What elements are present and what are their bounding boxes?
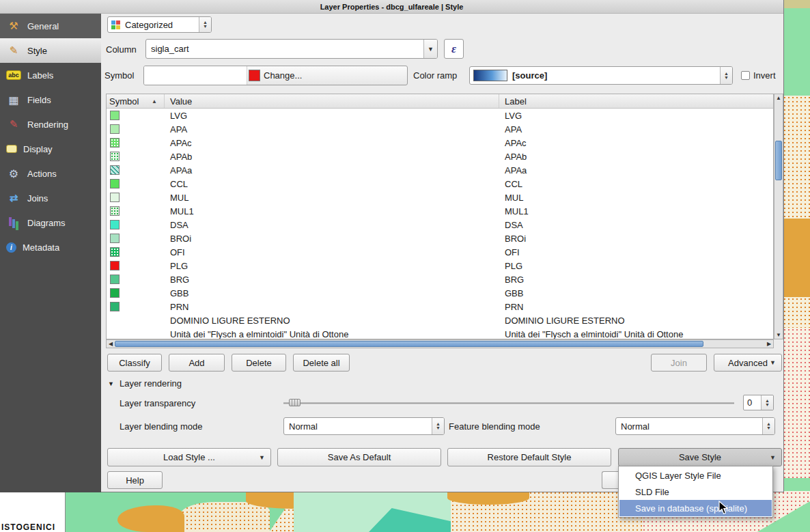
add-button[interactable]: Add — [169, 354, 225, 372]
slider-track — [283, 402, 734, 405]
menu-item-save-in-database-spatialite-[interactable]: Save in database (spatialite) — [619, 500, 772, 516]
sidebar-item-labels[interactable]: abcLabels — [0, 63, 101, 87]
sidebar-item-display[interactable]: Display — [0, 137, 101, 161]
bar-chart-icon — [6, 216, 21, 229]
load-style-label: Load Style ... — [163, 452, 215, 462]
table-row[interactable]: APAbAPAb — [107, 150, 773, 163]
layer-rendering-collapse[interactable]: ▼ Layer rendering — [108, 378, 182, 389]
join-button-label: Join — [671, 358, 687, 368]
table-row[interactable]: Unità dei "Flysch a elmintoidi" Unità di… — [107, 327, 773, 339]
class-symbol-swatch[interactable] — [110, 247, 120, 257]
table-row[interactable]: BRGBRG — [107, 272, 773, 286]
invert-checkbox-group[interactable]: Invert — [741, 70, 776, 81]
combo-spin-arrows-icon[interactable]: ▲▼ — [199, 17, 211, 32]
class-symbol-swatch[interactable] — [110, 220, 120, 229]
class-symbol-swatch[interactable] — [110, 138, 120, 148]
scroll-up-icon[interactable]: ▲ — [774, 94, 783, 102]
sidebar-item-label: Rendering — [27, 120, 68, 130]
table-row[interactable]: PLGPLG — [107, 259, 773, 272]
sidebar-item-style[interactable]: Style — [0, 38, 101, 63]
help-button[interactable]: Help — [107, 471, 163, 489]
table-row[interactable]: DSADSA — [107, 218, 773, 232]
table-row[interactable]: DOMINIO LIGURE ESTERNODOMINIO LIGURE EST… — [107, 313, 773, 327]
window-titlebar[interactable]: Layer Properties - dbcg_ulfareale | Styl… — [0, 0, 783, 14]
transparency-spinbox[interactable]: 0 ▲▼ — [743, 395, 774, 410]
transparency-slider[interactable] — [283, 397, 734, 408]
delete-all-button[interactable]: Delete all — [293, 354, 350, 372]
sidebar-item-fields[interactable]: Fields — [0, 87, 101, 112]
table-row[interactable]: BROiBROi — [107, 232, 773, 245]
spinbox-arrows-icon[interactable]: ▲▼ — [761, 395, 773, 410]
class-symbol-swatch[interactable] — [110, 165, 120, 175]
sidebar-item-metadata[interactable]: iMetadata — [0, 235, 101, 260]
sidebar-item-actions[interactable]: Actions — [0, 161, 101, 186]
menu-item-qgis-layer-style-file[interactable]: QGIS Layer Style File — [619, 467, 772, 484]
expression-builder-button[interactable]: ε — [444, 39, 464, 59]
class-label-cell: LVG — [499, 111, 773, 121]
sidebar-item-joins[interactable]: Joins — [0, 186, 101, 210]
invert-checkbox[interactable] — [741, 71, 750, 80]
layer-blending-select[interactable]: Normal ▲▼ — [283, 417, 445, 435]
column-header-symbol[interactable]: Symbol ▲ — [107, 94, 165, 108]
apply-button-partial[interactable] — [602, 471, 618, 489]
delete-button[interactable]: Delete — [232, 354, 286, 372]
class-symbol-swatch[interactable] — [110, 179, 120, 188]
class-symbol-swatch[interactable] — [110, 234, 120, 243]
scroll-down-icon[interactable]: ▼ — [774, 331, 783, 339]
table-row[interactable]: APAaAPAa — [107, 163, 773, 177]
menu-item-sld-file[interactable]: SLD File — [619, 484, 772, 500]
class-symbol-swatch[interactable] — [110, 152, 120, 161]
table-row[interactable]: LVGLVG — [107, 109, 773, 122]
sidebar-item-diagrams[interactable]: Diagrams — [0, 210, 101, 235]
table-row[interactable]: CCLCCL — [107, 177, 773, 191]
advanced-button[interactable]: Advanced ▼ — [714, 354, 782, 372]
classify-button[interactable]: Classify — [107, 354, 162, 372]
class-table-body: LVGLVGAPAAPAAPAcAPAcAPAbAPAbAPAaAPAaCCLC… — [107, 109, 773, 339]
load-style-button[interactable]: Load Style ... ▼ — [107, 448, 271, 466]
column-combobox[interactable]: sigla_cart ▼ — [145, 39, 438, 59]
combo-spin-arrows-icon[interactable]: ▲▼ — [762, 418, 774, 434]
horizontal-scrollbar[interactable]: ◀ ▶ — [106, 339, 774, 348]
save-style-button[interactable]: Save Style ▼ — [618, 448, 782, 466]
color-ramp-select[interactable]: [source] ▲▼ — [469, 66, 733, 85]
table-row[interactable]: APAAPA — [107, 122, 773, 136]
table-row[interactable]: GBBGBB — [107, 286, 773, 300]
feature-blending-select[interactable]: Normal ▲▼ — [615, 417, 775, 435]
class-symbol-swatch[interactable] — [110, 193, 120, 202]
column-header-label[interactable]: Label — [499, 94, 773, 108]
class-symbol-swatch[interactable] — [110, 302, 120, 311]
restore-default-style-button[interactable]: Restore Default Style — [447, 448, 611, 466]
vertical-scroll-thumb[interactable] — [775, 141, 782, 180]
change-symbol-button[interactable]: Change... — [264, 70, 302, 81]
column-header-value[interactable]: Value — [165, 94, 499, 108]
sidebar-item-rendering[interactable]: Rendering — [0, 112, 101, 137]
map-patch — [117, 505, 184, 532]
horizontal-scroll-thumb[interactable] — [115, 341, 703, 347]
table-row[interactable]: MULMUL — [107, 191, 773, 204]
map-patch — [783, 219, 810, 297]
combo-spin-arrows-icon[interactable]: ▲▼ — [720, 67, 732, 84]
save-as-default-button[interactable]: Save As Default — [277, 448, 441, 466]
scroll-right-icon[interactable]: ▶ — [765, 340, 773, 348]
class-label-cell: MUL — [499, 193, 773, 203]
class-symbol-swatch[interactable] — [110, 261, 120, 270]
table-row[interactable]: PRNPRN — [107, 300, 773, 313]
renderer-type-select[interactable]: Categorized ▲▼ — [107, 16, 212, 33]
class-label-cell: APA — [499, 124, 773, 135]
symbol-change-widget[interactable]: Change... — [143, 66, 408, 85]
class-symbol-swatch[interactable] — [110, 275, 120, 284]
classes-table[interactable]: Symbol ▲ Value Label LVGLVGAPAAPAAPAcAPA… — [106, 94, 774, 339]
combo-spin-arrows-icon[interactable]: ▲▼ — [432, 418, 444, 434]
table-row[interactable]: OFIOFI — [107, 245, 773, 259]
class-symbol-swatch[interactable] — [110, 206, 120, 216]
table-row[interactable]: MUL1MUL1 — [107, 204, 773, 218]
table-row[interactable]: APAcAPAc — [107, 136, 773, 150]
sidebar-item-general[interactable]: General — [0, 14, 101, 38]
class-symbol-swatch[interactable] — [110, 111, 120, 120]
class-symbol-swatch[interactable] — [110, 288, 120, 298]
vertical-scrollbar[interactable]: ▲ ▼ — [774, 94, 783, 339]
slider-handle[interactable] — [289, 399, 301, 406]
scroll-left-icon[interactable]: ◀ — [107, 340, 115, 348]
chevron-down-icon[interactable]: ▼ — [423, 40, 437, 58]
class-symbol-swatch[interactable] — [110, 124, 120, 134]
